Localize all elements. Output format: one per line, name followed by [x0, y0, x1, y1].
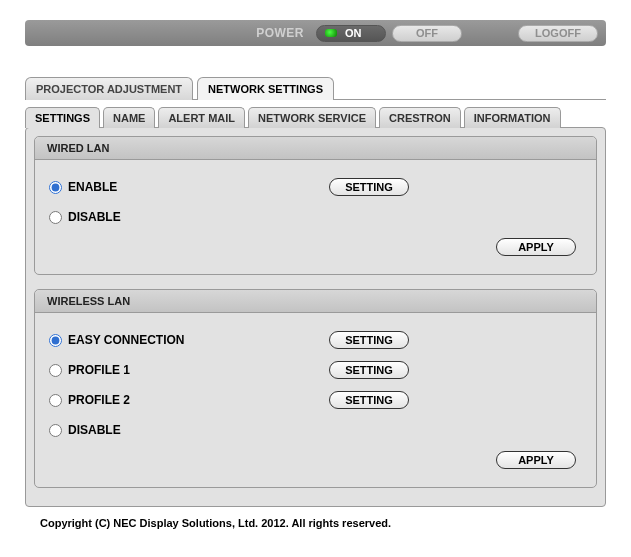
tab-network-settings[interactable]: NETWORK SETTINGS [197, 77, 334, 100]
subtab-settings[interactable]: SETTINGS [25, 107, 100, 128]
tab-projector-adjustment[interactable]: PROJECTOR ADJUSTMENT [25, 77, 193, 100]
wireless-profile1-label: PROFILE 1 [68, 363, 130, 377]
power-on-button[interactable]: ON [316, 25, 386, 42]
wireless-profile1-option[interactable]: PROFILE 1 [49, 363, 329, 377]
wireless-profile1-setting-button[interactable]: SETTING [329, 361, 409, 379]
wireless-disable-label: DISABLE [68, 423, 121, 437]
wired-disable-option[interactable]: DISABLE [49, 210, 329, 224]
wireless-profile2-option[interactable]: PROFILE 2 [49, 393, 329, 407]
wired-lan-group: WIRED LAN ENABLE SETTING DISABLE [34, 136, 597, 275]
wireless-lan-group: WIRELESS LAN EASY CONNECTION SETTING PRO… [34, 289, 597, 488]
wired-lan-title: WIRED LAN [35, 137, 596, 160]
subtab-network-service[interactable]: NETWORK SERVICE [248, 107, 376, 128]
wireless-profile2-label: PROFILE 2 [68, 393, 130, 407]
subtab-crestron[interactable]: CRESTRON [379, 107, 461, 128]
power-bar: POWER ON OFF LOGOFF [25, 20, 606, 46]
subtab-name[interactable]: NAME [103, 107, 155, 128]
wired-enable-setting-button[interactable]: SETTING [329, 178, 409, 196]
wired-enable-option[interactable]: ENABLE [49, 180, 329, 194]
wireless-easy-option[interactable]: EASY CONNECTION [49, 333, 329, 347]
copyright-footer: Copyright (C) NEC Display Solutions, Ltd… [40, 517, 606, 529]
subtab-alert-mail[interactable]: ALERT MAIL [158, 107, 245, 128]
power-on-label: ON [345, 27, 362, 39]
subtab-information[interactable]: INFORMATION [464, 107, 561, 128]
wireless-easy-radio[interactable] [49, 334, 62, 347]
power-off-label: OFF [416, 27, 438, 39]
wireless-disable-radio[interactable] [49, 424, 62, 437]
settings-panel: WIRED LAN ENABLE SETTING DISABLE [25, 127, 606, 507]
wired-enable-label: ENABLE [68, 180, 117, 194]
wired-disable-label: DISABLE [68, 210, 121, 224]
wired-disable-radio[interactable] [49, 211, 62, 224]
wireless-apply-button[interactable]: APPLY [496, 451, 576, 469]
wireless-easy-setting-button[interactable]: SETTING [329, 331, 409, 349]
wired-apply-button[interactable]: APPLY [496, 238, 576, 256]
wireless-profile2-radio[interactable] [49, 394, 62, 407]
wireless-lan-title: WIRELESS LAN [35, 290, 596, 313]
power-off-button[interactable]: OFF [392, 25, 462, 42]
logoff-button[interactable]: LOGOFF [518, 25, 598, 42]
wired-enable-radio[interactable] [49, 181, 62, 194]
wireless-profile1-radio[interactable] [49, 364, 62, 377]
wireless-profile2-setting-button[interactable]: SETTING [329, 391, 409, 409]
power-label: POWER [256, 26, 304, 40]
wireless-disable-option[interactable]: DISABLE [49, 423, 329, 437]
wireless-easy-label: EASY CONNECTION [68, 333, 184, 347]
logoff-label: LOGOFF [535, 27, 581, 39]
power-led-icon [325, 29, 337, 37]
